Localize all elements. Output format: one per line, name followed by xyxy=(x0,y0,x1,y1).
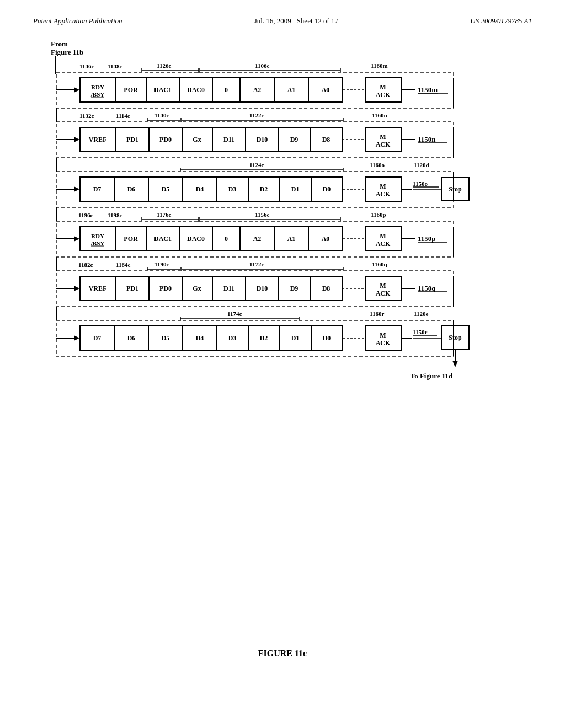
svg-text:Gx: Gx xyxy=(193,136,201,143)
svg-text:PD0: PD0 xyxy=(159,285,172,292)
arrow-head-row2 xyxy=(74,137,79,142)
svg-text:M: M xyxy=(380,133,386,141)
label-1160m: 1160m xyxy=(371,62,388,69)
label-1174c: 1174c xyxy=(227,311,242,317)
label-1172c: 1172c xyxy=(249,261,264,267)
arrow-head-row5 xyxy=(74,286,79,291)
svg-text:RDY: RDY xyxy=(91,233,104,239)
svg-text:DAC1: DAC1 xyxy=(154,86,172,94)
arrow-head-row3 xyxy=(74,186,79,192)
header-center: Jul. 16, 2009 Sheet 12 of 17 xyxy=(254,17,338,25)
label-1146c: 1146c xyxy=(79,63,94,69)
label-1114c: 1114c xyxy=(116,113,130,119)
svg-text:D10: D10 xyxy=(257,285,268,292)
svg-text:ACK: ACK xyxy=(376,290,391,297)
svg-text:VREF: VREF xyxy=(89,136,107,143)
svg-text:D9: D9 xyxy=(290,285,299,292)
svg-text:D11: D11 xyxy=(223,136,234,143)
label-1120d: 1120d xyxy=(414,162,429,168)
label-1126c: 1126c xyxy=(157,62,171,69)
svg-text:RDY: RDY xyxy=(91,84,104,90)
header-left: Patent Application Publication xyxy=(33,17,122,25)
figure-caption: FIGURE 11c xyxy=(33,649,532,659)
label-1160o: 1160o xyxy=(370,162,385,168)
svg-text:D4: D4 xyxy=(196,334,204,342)
svg-text:ACK: ACK xyxy=(376,141,391,148)
svg-text:PD1: PD1 xyxy=(126,136,138,143)
ref-1150o: 1150o xyxy=(413,180,428,187)
label-1176c: 1176c xyxy=(157,211,171,218)
ref-1150m: 1150m xyxy=(418,85,438,94)
svg-text:D2: D2 xyxy=(260,334,268,342)
svg-text:M: M xyxy=(380,331,386,339)
ref-1150q: 1150q xyxy=(418,284,436,292)
svg-text:D3: D3 xyxy=(228,334,237,342)
svg-text:D9: D9 xyxy=(290,136,299,143)
page-header: Patent Application Publication Jul. 16, … xyxy=(33,17,532,25)
svg-text:ACK: ACK xyxy=(376,190,391,198)
label-1160q: 1160q xyxy=(372,261,387,267)
stop-label-row3: Stop xyxy=(449,185,462,193)
arrow-head-row1 xyxy=(74,87,79,93)
svg-text:Gx: Gx xyxy=(193,285,201,292)
arrow-head-row6 xyxy=(74,335,79,341)
svg-text:D6: D6 xyxy=(127,185,136,193)
down-arrow-head-row6 xyxy=(452,361,458,367)
header-date: Jul. 16, 2009 xyxy=(254,17,291,25)
ref-1150n: 1150n xyxy=(418,135,436,143)
svg-text:A0: A0 xyxy=(322,86,330,94)
svg-text:ACK: ACK xyxy=(376,339,391,347)
svg-text:D7: D7 xyxy=(93,185,102,193)
svg-text:ACK: ACK xyxy=(376,91,391,99)
from-label: From xyxy=(51,40,68,48)
svg-text:DAC0: DAC0 xyxy=(187,86,205,94)
svg-text:0: 0 xyxy=(225,86,228,94)
svg-text:D5: D5 xyxy=(162,185,170,193)
ref-1150p: 1150p xyxy=(418,234,436,243)
svg-text:D0: D0 xyxy=(323,334,331,342)
figure-caption-text: FIGURE 11c xyxy=(258,649,307,658)
label-1156c: 1156c xyxy=(255,211,269,218)
label-1106c: 1106c xyxy=(255,62,269,69)
svg-text:D8: D8 xyxy=(322,136,331,143)
svg-text:D10: D10 xyxy=(257,136,268,143)
label-1198c: 1198c xyxy=(108,212,122,218)
svg-text:POR: POR xyxy=(124,86,138,94)
svg-text:A2: A2 xyxy=(253,86,262,94)
svg-text:DAC1: DAC1 xyxy=(154,235,172,243)
svg-text:POR: POR xyxy=(124,235,138,243)
label-1160r: 1160r xyxy=(370,311,384,317)
svg-text:M: M xyxy=(380,232,386,240)
label-1124c: 1124c xyxy=(249,162,264,168)
svg-text:D8: D8 xyxy=(322,285,331,292)
svg-text:D2: D2 xyxy=(260,185,268,193)
main-diagram: From Figure 11b 1146c 1148c 1126c 1106c … xyxy=(34,36,531,632)
label-1164c: 1164c xyxy=(116,261,130,268)
svg-text:D5: D5 xyxy=(162,334,170,342)
to-figure-label: To Figure 11d xyxy=(411,372,453,380)
svg-text:D1: D1 xyxy=(291,185,300,193)
header-sheet: Sheet 12 of 17 xyxy=(297,17,338,25)
label-1196c: 1196c xyxy=(78,212,93,218)
svg-text:D6: D6 xyxy=(127,334,136,342)
svg-text:A1: A1 xyxy=(287,86,296,94)
label-1160p: 1160p xyxy=(371,211,386,218)
label-1140c: 1140c xyxy=(154,112,169,119)
svg-text:PD1: PD1 xyxy=(126,285,138,292)
svg-text:M: M xyxy=(380,183,386,190)
svg-text:/BSY: /BSY xyxy=(90,240,105,247)
svg-text:D0: D0 xyxy=(323,185,331,193)
stop-label-row6: Stop xyxy=(449,334,462,341)
label-1132c: 1132c xyxy=(79,113,94,119)
ref-1150r: 1150r xyxy=(413,329,427,335)
label-1160n: 1160n xyxy=(372,112,387,119)
label-1182c: 1182c xyxy=(78,261,93,268)
svg-text:M: M xyxy=(380,83,386,91)
diagram-area: From Figure 11b 1146c 1148c 1126c 1106c … xyxy=(33,36,532,632)
svg-text:DAC0: DAC0 xyxy=(187,235,205,243)
svg-text:A1: A1 xyxy=(287,235,296,243)
svg-text:A2: A2 xyxy=(253,235,262,243)
svg-text:ACK: ACK xyxy=(376,240,391,248)
from-label-2: Figure 11b xyxy=(51,48,83,56)
svg-text:D1: D1 xyxy=(291,334,300,342)
